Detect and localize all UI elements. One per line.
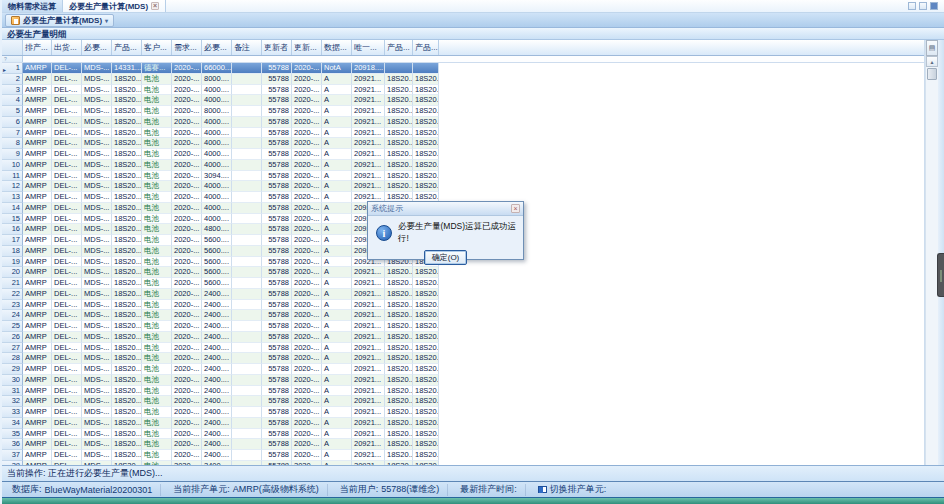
- grid-cell[interactable]: 电池: [142, 439, 172, 450]
- table-row[interactable]: 29AMRPDEL-...MDS-...18S20...电池2020-...24…: [2, 364, 924, 375]
- grid-cell[interactable]: DEL-...: [52, 450, 82, 461]
- grid-cell[interactable]: 18S20...: [385, 85, 413, 96]
- grid-cell[interactable]: 2020-...: [172, 439, 202, 450]
- grid-cell[interactable]: 18S20...: [413, 85, 439, 96]
- grid-cell[interactable]: 18S20...: [385, 278, 413, 289]
- grid-cell[interactable]: 2020-...: [172, 332, 202, 343]
- grid-cell[interactable]: 4000....: [202, 203, 232, 214]
- grid-cell[interactable]: 18S20...: [385, 106, 413, 117]
- grid-cell[interactable]: 2020-...: [172, 95, 202, 106]
- row-indicator[interactable]: 15: [2, 214, 23, 225]
- grid-cell[interactable]: MDS-...: [82, 85, 112, 96]
- grid-cell[interactable]: 18S20...: [112, 267, 142, 278]
- grid-cell[interactable]: 2020-...: [292, 332, 322, 343]
- grid-cell[interactable]: 18S20...: [413, 289, 439, 300]
- grid-cell[interactable]: [232, 74, 262, 85]
- grid-cell[interactable]: 电池: [142, 429, 172, 440]
- grid-cell[interactable]: DEL-...: [52, 375, 82, 386]
- grid-cell[interactable]: 18S20...: [112, 450, 142, 461]
- grid-cell[interactable]: 2020-...: [292, 203, 322, 214]
- grid-cell[interactable]: 电池: [142, 332, 172, 343]
- grid-cell[interactable]: 2020-...: [292, 106, 322, 117]
- row-indicator[interactable]: 8: [2, 138, 23, 149]
- grid-cell[interactable]: MDS-...: [82, 181, 112, 192]
- grid-cell[interactable]: 电池: [142, 149, 172, 160]
- row-indicator[interactable]: 27: [2, 343, 23, 354]
- grid-cell[interactable]: 55788: [262, 85, 292, 96]
- grid-cell[interactable]: A: [322, 160, 352, 171]
- row-indicator[interactable]: 33: [2, 407, 23, 418]
- grid-cell[interactable]: MDS-...: [82, 117, 112, 128]
- grid-cell[interactable]: 20921...: [352, 396, 385, 407]
- table-row[interactable]: 28AMRPDEL-...MDS-...18S20...电池2020-...24…: [2, 353, 924, 364]
- grid-cell[interactable]: MDS-...: [82, 310, 112, 321]
- grid-cell[interactable]: 55788: [262, 364, 292, 375]
- grid-cell[interactable]: [232, 128, 262, 139]
- grid-cell[interactable]: DEL-...: [52, 332, 82, 343]
- row-indicator[interactable]: 10: [2, 160, 23, 171]
- grid-cell[interactable]: A: [322, 450, 352, 461]
- grid-cell[interactable]: 2020-...: [172, 386, 202, 397]
- grid-cell[interactable]: 4000....: [202, 192, 232, 203]
- grid-cell[interactable]: DEL-...: [52, 310, 82, 321]
- grid-cell[interactable]: 2020-...: [292, 246, 322, 257]
- grid-cell[interactable]: DEL-...: [52, 149, 82, 160]
- table-row[interactable]: 7AMRPDEL-...MDS-...18S20...电池2020-...400…: [2, 128, 924, 139]
- grid-cell[interactable]: 18S20...: [413, 278, 439, 289]
- grid-cell[interactable]: 2020-...: [292, 95, 322, 106]
- grid-cell[interactable]: DEL-...: [52, 235, 82, 246]
- grid-cell[interactable]: 18S20...: [385, 353, 413, 364]
- grid-cell[interactable]: 2020-...: [292, 429, 322, 440]
- grid-cell[interactable]: 2020-...: [292, 321, 322, 332]
- grid-cell[interactable]: 18S20...: [112, 278, 142, 289]
- grid-cell[interactable]: 2400....: [202, 353, 232, 364]
- grid-cell[interactable]: AMRP: [23, 106, 52, 117]
- grid-cell[interactable]: 2020-...: [172, 181, 202, 192]
- grid-cell[interactable]: DEL-...: [52, 429, 82, 440]
- vertical-scrollbar[interactable]: ▤ ▲: [925, 40, 938, 465]
- grid-cell[interactable]: 电池: [142, 106, 172, 117]
- grid-cell[interactable]: 18S20...: [385, 429, 413, 440]
- grid-cell[interactable]: MDS-...: [82, 149, 112, 160]
- grid-cell[interactable]: 2020-...: [292, 396, 322, 407]
- grid-cell[interactable]: MDS-...: [82, 138, 112, 149]
- grid-cell[interactable]: A: [322, 429, 352, 440]
- grid-cell[interactable]: 2020-...: [292, 181, 322, 192]
- grid-cell[interactable]: DEL-...: [52, 106, 82, 117]
- grid-cell[interactable]: 18S20...: [112, 407, 142, 418]
- grid-cell[interactable]: 20921...: [352, 149, 385, 160]
- grid-cell[interactable]: A: [322, 300, 352, 311]
- grid-cell[interactable]: 2400....: [202, 364, 232, 375]
- chevron-down-icon[interactable]: ▾: [105, 17, 108, 24]
- grid-cell[interactable]: A: [322, 171, 352, 182]
- grid-cell[interactable]: 18S20...: [413, 117, 439, 128]
- grid-cell[interactable]: 电池: [142, 343, 172, 354]
- grid-cell[interactable]: 2020-...: [292, 117, 322, 128]
- grid-cell[interactable]: 55788: [262, 74, 292, 85]
- grid-cell[interactable]: 电池: [142, 160, 172, 171]
- grid-cell[interactable]: 2020-...: [292, 267, 322, 278]
- grid-cell[interactable]: A: [322, 203, 352, 214]
- grid-cell[interactable]: 20921...: [352, 450, 385, 461]
- row-indicator[interactable]: 18: [2, 246, 23, 257]
- grid-cell[interactable]: 18S20...: [413, 353, 439, 364]
- grid-cell[interactable]: 电池: [142, 85, 172, 96]
- grid-cell[interactable]: DEL-...: [52, 63, 82, 74]
- grid-cell[interactable]: 2020-...: [172, 310, 202, 321]
- table-row[interactable]: 27AMRPDEL-...MDS-...18S20...电池2020-...24…: [2, 343, 924, 354]
- grid-cell[interactable]: 18S20...: [385, 95, 413, 106]
- grid-cell[interactable]: 电池: [142, 267, 172, 278]
- grid-cell[interactable]: MDS-...: [82, 278, 112, 289]
- grid-cell[interactable]: DEL-...: [52, 203, 82, 214]
- grid-cell[interactable]: A: [322, 332, 352, 343]
- grid-cell[interactable]: AMRP: [23, 353, 52, 364]
- grid-cell[interactable]: A: [322, 192, 352, 203]
- grid-cell[interactable]: [232, 117, 262, 128]
- grid-cell[interactable]: 2020-...: [172, 321, 202, 332]
- grid-cell[interactable]: 2020-...: [172, 353, 202, 364]
- grid-cell[interactable]: 电池: [142, 450, 172, 461]
- row-indicator[interactable]: 31: [2, 386, 23, 397]
- grid-cell[interactable]: 2020-...: [172, 128, 202, 139]
- grid-cell[interactable]: 电池: [142, 74, 172, 85]
- grid-cell[interactable]: 20921...: [352, 267, 385, 278]
